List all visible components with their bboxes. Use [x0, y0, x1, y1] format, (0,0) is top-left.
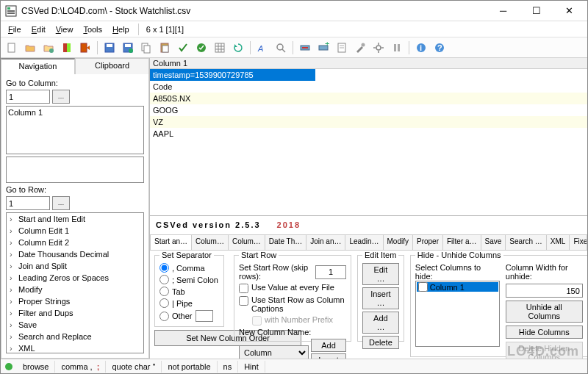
delete-button[interactable]: Delete [362, 336, 399, 349]
panel-tab[interactable]: Save [481, 235, 506, 250]
insert-col-button[interactable]: Insert [311, 353, 346, 359]
edit-button[interactable]: Edit … [362, 263, 399, 285]
paste-icon[interactable] [157, 40, 173, 56]
tab-navigation[interactable]: Navigation [1, 58, 75, 74]
check2-icon[interactable] [193, 40, 209, 56]
chk-num-prefix[interactable]: with Number Prefix [252, 315, 346, 326]
chk-use-caption[interactable]: Use Start Row as Column Captions [239, 295, 346, 313]
spare-list[interactable] [6, 157, 144, 183]
columns-list[interactable]: Column 1 [6, 106, 144, 154]
open2-icon[interactable] [40, 40, 57, 56]
goto-col-input[interactable] [6, 90, 50, 104]
maximize-button[interactable]: ☐ [520, 1, 553, 21]
panel-tab[interactable]: Date Th… [265, 235, 306, 250]
close-button[interactable]: ✕ [553, 1, 586, 21]
tree-item[interactable]: Search and Replace [7, 331, 143, 342]
tab-clipboard[interactable]: Clipboard [75, 58, 149, 74]
goto-row-input[interactable] [6, 196, 50, 210]
menu-view[interactable]: View [51, 24, 78, 35]
refresh-icon[interactable] [230, 40, 246, 56]
check-green-icon[interactable] [175, 40, 191, 56]
panel-tab[interactable]: Start an… [151, 235, 192, 250]
pause-icon[interactable] [389, 40, 405, 56]
help-icon[interactable]: ? [431, 40, 448, 56]
panel-tab[interactable]: Colum… [192, 235, 229, 250]
menu-file[interactable]: File [4, 24, 26, 35]
tree-item[interactable]: Save [7, 319, 143, 331]
goto-col-button[interactable]: … [52, 90, 70, 104]
grid-row[interactable]: A850S.NX [150, 93, 587, 104]
open-icon[interactable] [22, 40, 38, 56]
grid-row[interactable]: GOOG [150, 104, 587, 116]
other-sep-input[interactable] [196, 310, 213, 322]
panel-tab[interactable]: Proper [413, 235, 443, 250]
info-icon[interactable]: i [413, 40, 429, 56]
grid-row[interactable]: Code [150, 81, 587, 93]
hide-columns-list[interactable]: Column 1 [415, 281, 500, 347]
feature-tree[interactable]: Start and Item EditColumn Edit 1Column E… [6, 212, 144, 353]
doc-icon[interactable] [334, 40, 350, 56]
font-icon[interactable]: A [254, 40, 270, 56]
tree-item[interactable]: Date Thousands Decimal [7, 248, 143, 260]
bottom-tabstrip[interactable]: Start an…Colum…Colum…Date Th…Join an…Lea… [150, 234, 587, 251]
tree-item[interactable]: Proper Strings [7, 295, 143, 307]
chk-use-value[interactable]: Use Value at every File [239, 283, 346, 293]
grid-icon[interactable] [212, 40, 228, 56]
tree-item[interactable]: Column Edit 2 [7, 237, 143, 248]
panel-tab[interactable]: Colum… [229, 235, 265, 250]
panel-tab[interactable]: Modify [384, 235, 413, 250]
tree-item[interactable]: Column Edit 1 [7, 225, 143, 237]
svg-point-34 [362, 43, 365, 46]
version-label: CSVed version 2.5.3 2018 [150, 216, 587, 234]
grid-row[interactable]: timestamp=1539900729785 [150, 69, 315, 81]
gear-icon[interactable] [370, 40, 387, 56]
panel-tab[interactable]: Filter a… [443, 235, 481, 250]
tools-icon[interactable] [352, 40, 368, 56]
panel-tab[interactable]: Leadin… [345, 235, 383, 250]
radio-other[interactable]: Other [159, 310, 219, 322]
panel-tab[interactable]: Join an… [306, 235, 345, 250]
add-button[interactable]: Add … [362, 312, 399, 334]
zoom-icon[interactable] [273, 40, 289, 56]
svg-rect-6 [63, 43, 67, 52]
tree-item[interactable]: XML [7, 342, 143, 353]
minimize-button[interactable]: ─ [487, 1, 520, 21]
radio-comma[interactable]: , Comma [159, 263, 219, 273]
menu-help[interactable]: Help [108, 24, 134, 35]
insert-button[interactable]: Insert … [362, 287, 399, 309]
start-row-spin[interactable] [315, 265, 346, 279]
tree-item[interactable]: Modify [7, 284, 143, 295]
save-icon[interactable] [101, 40, 118, 56]
tree-item[interactable]: Start and Item Edit [7, 213, 143, 225]
grid-header[interactable]: Column 1 [150, 58, 587, 69]
grid-row[interactable]: VZ [150, 116, 587, 128]
row-add-icon[interactable]: + [315, 40, 331, 56]
tree-item[interactable]: Join and Split [7, 260, 143, 272]
menu-tools[interactable]: Tools [79, 24, 107, 35]
saveas-icon[interactable] [120, 40, 136, 56]
new-col-select[interactable]: Column [239, 345, 309, 359]
col-item[interactable]: Column 1 [8, 108, 142, 117]
panel-tab[interactable]: Search … [506, 235, 546, 250]
grid-row[interactable]: AAPL [150, 128, 587, 140]
new-icon[interactable] [4, 40, 20, 56]
panel-tab[interactable]: XML [547, 235, 570, 250]
panel-tab[interactable]: Fixed L… [570, 235, 587, 250]
radio-semi[interactable]: ; Semi Colon [159, 275, 219, 284]
menu-edit[interactable]: Edit [27, 24, 50, 35]
add-col-button[interactable]: Add [311, 339, 346, 352]
copy-icon[interactable] [138, 40, 154, 56]
exit-icon[interactable] [77, 40, 93, 56]
unhide-button[interactable]: Unhide all Columns [506, 301, 583, 323]
row-del-icon[interactable] [297, 40, 313, 56]
radio-pipe[interactable]: | Pipe [159, 298, 219, 308]
titlebar: CSVed D:\LO4D.com\ - Stock Watchlist.csv… [1, 1, 587, 21]
book-icon[interactable] [59, 40, 75, 56]
data-grid[interactable]: Column 1 timestamp=1539900729785CodeA850… [150, 58, 587, 216]
goto-row-button[interactable]: … [52, 196, 70, 210]
radio-tab[interactable]: Tab [159, 287, 219, 296]
hide-button[interactable]: Hide Columns [506, 326, 583, 339]
tree-item[interactable]: Leading Zeros or Spaces [7, 272, 143, 284]
width-input[interactable] [506, 284, 583, 298]
tree-item[interactable]: Filter and Dups [7, 307, 143, 319]
